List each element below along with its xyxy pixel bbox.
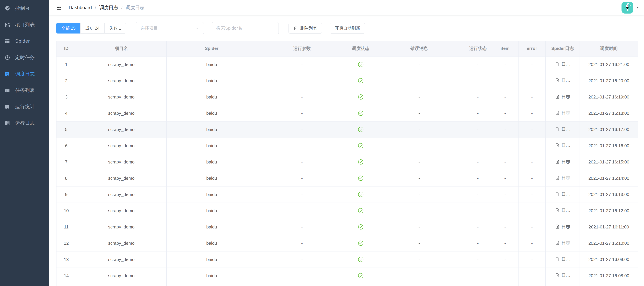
project-select[interactable]: 选择项目 — [136, 22, 204, 34]
avatar[interactable] — [622, 2, 633, 14]
log-link[interactable]: 日志 — [555, 272, 570, 278]
cell-item: - — [492, 121, 518, 138]
check-circle-icon — [358, 94, 364, 100]
delete-list-button[interactable]: 删除列表 — [288, 23, 322, 34]
column-header: error — [518, 41, 546, 56]
project-select-placeholder: 选择项目 — [140, 25, 195, 31]
sidebar-item-task-list[interactable]: 任务列表 — [0, 82, 49, 99]
cell-item: - — [492, 73, 518, 89]
sidebar-item-spider[interactable]: Spider — [0, 33, 49, 49]
cell-run-status: - — [464, 186, 492, 203]
cell-error-msg: - — [374, 121, 464, 138]
cell-error-msg: - — [374, 203, 464, 219]
log-doc-icon — [555, 159, 560, 164]
log-link[interactable]: 日志 — [555, 207, 570, 213]
schedule-log-table: ID项目名Spider运行参数调度状态错误消息运行状态itemerrorSpid… — [56, 41, 638, 286]
sidebar-item-label: Spider — [15, 39, 30, 44]
log-link[interactable]: 日志 — [555, 191, 570, 197]
breadcrumb: Dashboard/调度日志/调度日志 — [69, 5, 144, 11]
sidebar-item-run-log[interactable]: 运行日志 — [0, 115, 49, 131]
check-circle-icon — [358, 62, 364, 67]
caret-down-icon[interactable] — [636, 6, 640, 10]
spider-search-input[interactable] — [212, 22, 279, 34]
auto-refresh-button[interactable]: 开启自动刷新 — [330, 23, 365, 34]
cell-args: - — [257, 170, 347, 186]
cell-project: scrapy_demo — [76, 219, 166, 235]
cell-time: 2021-01-27 16:13:00 — [580, 186, 638, 203]
log-link-label: 日志 — [562, 159, 570, 165]
cell-spider-log: 日志 — [546, 170, 580, 186]
log-link[interactable]: 日志 — [555, 142, 570, 148]
cell-spider: baidu — [166, 267, 257, 284]
log-link[interactable]: 日志 — [555, 94, 570, 100]
cell-item: - — [492, 154, 518, 170]
sidebar-menu: 控制台 项目列表 Spider 定时任务 — [0, 0, 49, 131]
cell-item: - — [492, 251, 518, 267]
filter-success-button[interactable]: 成功 24 — [80, 23, 104, 34]
log-doc-icon — [555, 224, 560, 229]
sidebar-collapse-button[interactable] — [56, 4, 62, 11]
cell-error: - — [518, 219, 546, 235]
cell-run-status: - — [464, 267, 492, 284]
app-root: 控制台 项目列表 Spider 定时任务 — [0, 0, 644, 286]
sidebar-item-run-stats[interactable]: 运行统计 — [0, 99, 49, 115]
toolbar: 全部 25 成功 24 失败 1 选择项目 — [56, 22, 638, 34]
cell-run-status: - — [464, 154, 492, 170]
column-header: 项目名 — [76, 41, 166, 56]
cell-time: 2021-01-27 16:14:00 — [580, 170, 638, 186]
sidebar-item-console[interactable]: 控制台 — [0, 0, 49, 17]
cell-id: 9 — [56, 186, 76, 203]
cell-error: - — [518, 251, 546, 267]
breadcrumb-item[interactable]: 调度日志 — [99, 5, 118, 11]
log-link[interactable]: 日志 — [555, 78, 570, 83]
check-circle-icon — [358, 256, 364, 262]
check-circle-icon — [358, 240, 364, 246]
cell-id: 11 — [56, 219, 76, 235]
cell-error-msg: - — [374, 73, 464, 89]
edit-doc-icon — [5, 104, 10, 110]
cell-schedule-status — [347, 105, 374, 121]
log-link[interactable]: 日志 — [555, 175, 570, 181]
cell-schedule-status — [347, 138, 374, 154]
table-row: 13scrapy_demobaidu- ---- 日志 2021-01-27 1… — [56, 251, 638, 267]
cell-project: scrapy_demo — [76, 170, 166, 186]
filter-all-button[interactable]: 全部 25 — [56, 23, 80, 34]
log-link[interactable]: 日志 — [555, 256, 570, 262]
page-content: 全部 25 成功 24 失败 1 选择项目 — [49, 15, 644, 286]
cell-spider-log: 日志 — [546, 73, 580, 89]
cell-run-status: - — [464, 203, 492, 219]
partial-cell — [580, 284, 638, 286]
cell-error-msg: - — [374, 170, 464, 186]
log-link[interactable]: 日志 — [555, 224, 570, 230]
column-header: 运行状态 — [464, 41, 492, 56]
cell-spider: baidu — [166, 186, 257, 203]
log-link[interactable]: 日志 — [555, 110, 570, 116]
cell-spider-log: 日志 — [546, 267, 580, 284]
partial-cell — [492, 284, 518, 286]
table-row: 3scrapy_demobaidu- ---- 日志 2021-01-27 16… — [56, 89, 638, 105]
chevron-down-icon — [195, 26, 200, 31]
log-link-label: 日志 — [562, 78, 570, 83]
breadcrumb-item[interactable]: Dashboard — [69, 5, 92, 10]
log-link[interactable]: 日志 — [555, 240, 570, 246]
cell-args: - — [257, 121, 347, 138]
sidebar-item-project-list[interactable]: 项目列表 — [0, 17, 49, 33]
cell-item: - — [492, 138, 518, 154]
cell-id: 12 — [56, 235, 76, 251]
cell-error-msg: - — [374, 235, 464, 251]
cell-run-status: - — [464, 235, 492, 251]
cell-id: 3 — [56, 89, 76, 105]
cell-project: scrapy_demo — [76, 251, 166, 267]
log-link[interactable]: 日志 — [555, 126, 570, 132]
filter-fail-button[interactable]: 失败 1 — [104, 23, 126, 34]
cell-time: 2021-01-27 16:10:00 — [580, 235, 638, 251]
log-link-label: 日志 — [562, 126, 570, 132]
log-link[interactable]: 日志 — [555, 61, 570, 67]
sidebar-item-label: 控制台 — [15, 5, 30, 12]
log-link[interactable]: 日志 — [555, 159, 570, 165]
sidebar-item-scheduled-task[interactable]: 定时任务 — [0, 49, 49, 66]
main-area: Dashboard/调度日志/调度日志 全部 — [49, 0, 644, 286]
cell-spider: baidu — [166, 219, 257, 235]
sidebar-item-schedule-log[interactable]: 调度日志 — [0, 66, 49, 82]
cell-spider: baidu — [166, 56, 257, 73]
